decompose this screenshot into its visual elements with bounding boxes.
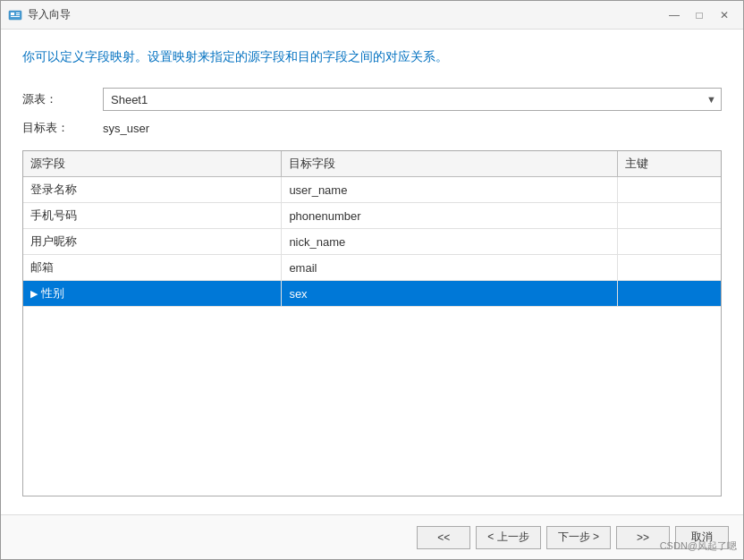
cell-key [617,177,721,203]
svg-rect-4 [11,16,20,17]
cell-source: 登录名称 [23,177,282,203]
table-row[interactable]: 邮箱email [23,255,721,281]
table-row[interactable]: 用户昵称nick_name [23,229,721,255]
source-select[interactable]: Sheet1 [103,88,722,111]
window-controls: — □ ✕ [663,5,736,25]
close-button[interactable]: ✕ [713,5,736,25]
table-row[interactable]: 手机号码phonenumber [23,203,721,229]
last-button[interactable]: >> [616,526,670,549]
table-row[interactable]: ▶性别sex [23,281,721,307]
source-select-wrapper: Sheet1 ▼ [103,88,722,111]
svg-rect-3 [16,14,20,15]
mapping-table: 源字段 目标字段 主键 登录名称user_name手机号码phonenumber… [23,151,721,307]
table-scroll-area[interactable]: 源字段 目标字段 主键 登录名称user_name手机号码phonenumber… [23,151,721,496]
mapping-table-wrapper: 源字段 目标字段 主键 登录名称user_name手机号码phonenumber… [22,150,722,496]
cancel-button[interactable]: 取消 [675,526,729,549]
col-header-target: 目标字段 [282,151,618,177]
cell-target: email [282,255,618,281]
target-value: sys_user [103,122,149,135]
cell-target: nick_name [282,229,618,255]
cell-source: ▶性别 [23,281,282,307]
cell-source: 用户昵称 [23,229,282,255]
svg-rect-1 [11,13,14,15]
target-label: 目标表： [22,120,103,136]
main-content: 你可以定义字段映射。设置映射来指定的源字段和目的字段之间的对应关系。 源表： S… [1,30,743,514]
minimize-button[interactable]: — [663,5,686,25]
maximize-button[interactable]: □ [688,5,711,25]
description-text: 你可以定义字段映射。设置映射来指定的源字段和目的字段之间的对应关系。 [22,47,722,66]
window-title: 导入向导 [28,7,663,22]
source-row: 源表： Sheet1 ▼ [22,88,722,111]
window-icon [8,8,22,22]
next-button[interactable]: 下一步 > [546,526,611,549]
bottom-bar: << < 上一步 下一步 > >> 取消 [1,514,743,559]
first-button[interactable]: << [417,526,470,549]
col-header-source: 源字段 [23,151,282,177]
prev-button[interactable]: < 上一步 [476,526,540,549]
cell-source: 手机号码 [23,203,282,229]
import-wizard-window: 导入向导 — □ ✕ 你可以定义字段映射。设置映射来指定的源字段和目的字段之间的… [0,0,744,560]
cell-target: sex [282,281,618,307]
table-body: 登录名称user_name手机号码phonenumber用户昵称nick_nam… [23,177,721,307]
target-row: 目标表： sys_user [22,120,722,136]
table-row[interactable]: 登录名称user_name [23,177,721,203]
table-header-row: 源字段 目标字段 主键 [23,151,721,177]
cell-key [617,281,721,307]
svg-rect-2 [16,13,20,13]
cell-source: 邮箱 [23,255,282,281]
source-label: 源表： [22,91,103,107]
col-header-key: 主键 [617,151,721,177]
cell-key [617,229,721,255]
title-bar: 导入向导 — □ ✕ [1,1,743,30]
cell-key [617,255,721,281]
cell-target: user_name [282,177,618,203]
cell-key [617,203,721,229]
cell-target: phonenumber [282,203,618,229]
row-arrow-icon: ▶ [30,288,38,300]
